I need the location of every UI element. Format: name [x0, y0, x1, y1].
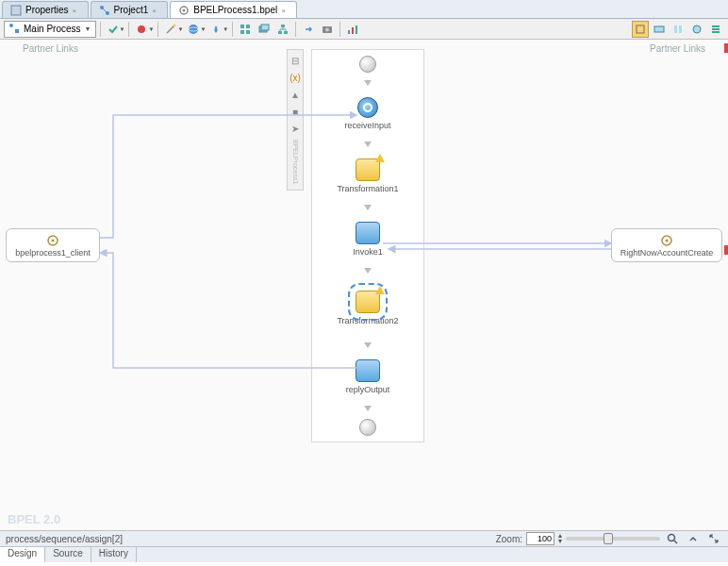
svg-rect-29 [356, 25, 357, 34]
chart-button[interactable] [344, 21, 361, 38]
partner-link-rightnow[interactable]: RightNowAccountCreate [611, 228, 722, 262]
slider-thumb[interactable] [604, 533, 613, 544]
svg-rect-30 [637, 25, 644, 33]
chevron-down-icon[interactable]: ▼ [120, 26, 125, 32]
palette-square-icon[interactable]: ■ [289, 105, 302, 118]
tab-history[interactable]: History [91, 547, 137, 562]
zoom-input[interactable] [526, 532, 554, 545]
tab-label: Project1 [114, 5, 149, 15]
arrow-down-icon [364, 142, 372, 147]
process-end-node[interactable] [359, 419, 376, 436]
status-bar: process/sequence/assign[2] Zoom: ▴▾ [0, 530, 728, 546]
stepper-icon[interactable]: ▴▾ [558, 533, 562, 544]
palette-var-icon[interactable]: (x) [289, 71, 302, 84]
receive-input-node[interactable]: receiveInput [344, 97, 390, 130]
chevron-down-icon[interactable]: ▼ [200, 26, 206, 32]
svg-line-3 [103, 8, 107, 12]
partner-link-label: bpelprocess1_client [15, 248, 91, 258]
svg-rect-36 [712, 28, 720, 30]
svg-rect-37 [712, 31, 720, 33]
gear-icon [46, 234, 59, 247]
palette-triangle-icon[interactable]: ▲ [289, 88, 302, 101]
view-button-2[interactable] [651, 21, 668, 38]
svg-point-42 [669, 535, 675, 541]
tab-design[interactable]: Design [0, 547, 45, 562]
partner-links-label-right: Partner Links [650, 43, 705, 54]
transformation2-node[interactable]: Transformation2 [331, 285, 404, 331]
close-icon[interactable]: × [152, 7, 159, 14]
tab-source[interactable]: Source [45, 547, 91, 562]
camera-button[interactable] [319, 21, 336, 38]
receive-icon [357, 97, 378, 118]
view-button-1[interactable] [632, 21, 649, 38]
partner-links-label-left: Partner Links [23, 43, 78, 54]
layers-button[interactable] [256, 21, 273, 38]
hierarchy-button[interactable] [274, 21, 291, 38]
svg-rect-35 [712, 25, 720, 27]
close-icon[interactable]: × [73, 7, 80, 14]
separator [295, 22, 296, 37]
view-button-4[interactable] [688, 21, 705, 38]
palette-collapse-icon[interactable]: ⊟ [289, 54, 302, 67]
palette-text: BPELProcess1 [289, 139, 302, 186]
view-button-3[interactable] [670, 21, 687, 38]
svg-rect-17 [261, 25, 269, 30]
palette-arrow-icon[interactable]: ➤ [289, 122, 302, 135]
invoke1-node[interactable]: Invoke1 [353, 222, 383, 257]
reply-output-node[interactable]: replyOutput [346, 359, 390, 394]
arrow-down-icon [364, 268, 372, 274]
node-label: Transformation2 [337, 316, 398, 325]
gear-icon [660, 234, 673, 247]
svg-rect-15 [246, 30, 250, 34]
collapse-button[interactable] [685, 530, 702, 547]
svg-line-43 [674, 541, 677, 543]
svg-point-26 [325, 27, 329, 31]
workflow-icon [99, 5, 110, 16]
arrow-down-icon [364, 205, 372, 210]
node-label: Invoke1 [353, 247, 383, 257]
arrow-down-icon [364, 406, 372, 411]
tab-project[interactable]: Project1 × [91, 1, 169, 18]
arrow-down-icon [364, 342, 372, 348]
properties-button[interactable] [707, 21, 724, 38]
breadcrumb: process/sequence/assign[2] [6, 534, 123, 544]
node-label: replyOutput [346, 385, 390, 394]
tab-properties[interactable]: Properties × [2, 1, 89, 18]
process-dropdown[interactable]: Main Process ▼ [4, 21, 96, 38]
grid-button[interactable] [237, 21, 254, 38]
editor-tabs: Properties × Project1 × BPELProcess1.bpe… [0, 0, 728, 19]
svg-rect-32 [674, 25, 677, 33]
chevron-down-icon: ▼ [85, 25, 91, 32]
svg-rect-12 [240, 25, 244, 28]
zoom-controls: Zoom: ▴▾ [496, 530, 722, 547]
marker-icon [724, 245, 728, 255]
svg-rect-20 [284, 31, 288, 34]
tab-label: Properties [25, 5, 69, 15]
svg-point-41 [666, 239, 669, 241]
close-icon[interactable]: × [281, 7, 289, 14]
chevron-down-icon[interactable]: ▼ [148, 26, 154, 32]
zoom-slider[interactable] [566, 537, 660, 541]
transform-icon [356, 158, 380, 181]
tab-bpel[interactable]: BPELProcess1.bpel × [170, 1, 297, 18]
svg-rect-33 [679, 25, 682, 33]
arrow-right-button[interactable] [300, 21, 317, 38]
svg-rect-7 [15, 29, 19, 33]
designer-canvas[interactable]: Partner Links Partner Links ⊟ (x) ▲ ■ ➤ … [0, 40, 728, 530]
expand-button[interactable] [705, 530, 722, 547]
svg-point-5 [183, 8, 186, 11]
component-palette: ⊟ (x) ▲ ■ ➤ BPELProcess1 [287, 49, 304, 191]
partner-link-client[interactable]: bpelprocess1_client [6, 228, 100, 262]
partner-link-label: RightNowAccountCreate [620, 248, 714, 258]
chevron-down-icon[interactable]: ▼ [177, 26, 183, 32]
zoom-fit-button[interactable] [664, 530, 681, 547]
transformation1-node[interactable]: Transformation1 [337, 158, 398, 193]
svg-point-34 [693, 25, 701, 33]
svg-point-39 [52, 239, 55, 241]
chevron-down-icon[interactable]: ▼ [223, 26, 228, 32]
process-start-node[interactable] [359, 56, 376, 73]
svg-rect-18 [281, 25, 285, 27]
marker-icon [724, 43, 728, 53]
toolbar-right [632, 21, 724, 38]
svg-point-10 [189, 25, 198, 34]
